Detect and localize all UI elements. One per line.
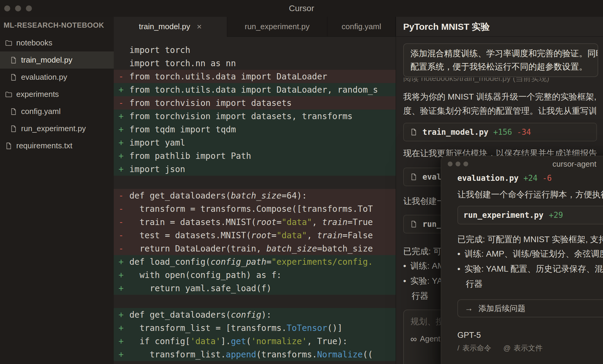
diff-marker: -: [119, 191, 129, 201]
code-text: with open(config_path) as f:: [129, 270, 282, 280]
overlay-close-button[interactable]: [448, 162, 453, 166]
code-line: -def get_dataloaders(batch_size=64):: [114, 189, 396, 202]
overlay-maximize-button[interactable]: [463, 162, 468, 166]
code-line: +from torch.utils.data import DataLoader…: [114, 83, 396, 96]
code-text: transform = transforms.Compose([transfor…: [129, 204, 373, 214]
code-line: - test = datasets.MNIST(root="data", tra…: [114, 229, 396, 242]
code-line: - return DataLoader(train, batch_size=ba…: [114, 242, 396, 255]
code-text: import yaml: [129, 138, 185, 148]
code-text: from tqdm import tqdm: [129, 125, 236, 134]
code-text: transform_list.append(transforms.Normali…: [129, 350, 373, 359]
tree-item-label: config.yaml: [21, 107, 61, 116]
code-text: from torchvision import datasets, transf…: [129, 111, 353, 121]
file-diff-chip[interactable]: evaluation.py+24-6: [457, 174, 603, 183]
hint-label: 表示命令: [462, 343, 491, 353]
code-text: def get_dataloaders(config):: [129, 310, 271, 320]
tab-label: config.yaml: [342, 22, 381, 31]
bullet-continuation: 行器: [457, 276, 603, 292]
overlay-blocks: evaluation.py+24-6让我创建一个命令行运行脚本，方便执行实验ru…: [441, 172, 603, 353]
code-text: return DataLoader(train, batch_size=batc…: [129, 244, 373, 254]
chip-filename: train_model.py: [422, 128, 488, 137]
code-line: -from torch.utils.data import DataLoader: [114, 70, 396, 83]
model-selector[interactable]: GPT-5: [457, 331, 603, 340]
diff-marker: +: [119, 310, 129, 320]
code-text: test = datasets.MNIST(root="data", train…: [129, 230, 373, 240]
diff-marker: +: [119, 336, 129, 346]
file-diff-chip[interactable]: train_model.py+156-34: [403, 123, 597, 141]
window-title: Cursor: [0, 0, 603, 17]
diff-marker: +: [119, 138, 129, 148]
diff-marker: -: [119, 72, 129, 82]
tab-run_experiment.py[interactable]: run_experiment.py: [227, 17, 327, 36]
file-icon: [410, 128, 418, 136]
file-explorer-sidebar: ML-RESEARCH-NOTEBOOK notebookstrain_mode…: [0, 17, 114, 364]
code-line: +def load_config(config_path="experiment…: [114, 255, 396, 268]
code-text: from torch.utils.data import DataLoader: [129, 72, 327, 82]
folder-icon: [5, 39, 13, 47]
code-text: from torch.utils.data import DataLoader,…: [129, 85, 378, 95]
code-text: if config['data'].get('normalize', True)…: [129, 336, 348, 346]
overlay-traffic-lights: [448, 162, 468, 166]
file-tree: notebookstrain_model.pyevaluation.pyexpe…: [0, 34, 114, 154]
code-line: +from torchvision import datasets, trans…: [114, 110, 396, 123]
tree-item-config.yaml[interactable]: config.yaml: [0, 103, 114, 120]
code-text: import torch.nn as nn: [129, 58, 236, 68]
bullet-text: 实验: YAML 配置、历史记录保存、混淆矩: [465, 261, 603, 276]
tree-item-evaluation.py[interactable]: evaluation.py: [0, 69, 114, 86]
file-icon: [10, 125, 17, 133]
diff-marker: +: [119, 164, 129, 174]
code-line: - transform = transforms.Compose([transf…: [114, 202, 396, 215]
removed-lines-count: -34: [517, 128, 531, 137]
tree-item-train_model.py[interactable]: train_model.py: [0, 51, 114, 69]
infinity-icon: ∞: [410, 335, 417, 344]
file-icon: [10, 56, 17, 64]
code-line: -from torchvision import datasets: [114, 96, 396, 110]
code-line: [114, 295, 396, 308]
close-tab-icon[interactable]: ×: [197, 23, 202, 31]
code-line: +from tqdm import tqdm: [114, 123, 396, 136]
code-line: + if config['data'].get('normalize', Tru…: [114, 335, 396, 348]
code-line: +from pathlib import Path: [114, 149, 396, 162]
overlay-minimize-button[interactable]: [456, 162, 460, 166]
bullet-text: 训练: AMP、训练/验证划分、余弦调度、: [465, 246, 603, 261]
code-text: import json: [129, 164, 185, 174]
user-message-card: 添加混合精度训练、学习率调度和完善的验证。同时配置系统，便于我轻松运行不同的超参…: [403, 43, 598, 77]
code-editor-diff[interactable]: import torchimport torch.nn as nn-from t…: [114, 37, 396, 364]
editor-tab-bar: train_model.py×run_experiment.pyconfig.y…: [114, 17, 396, 37]
cursor-agent-titlebar: cursor-agent: [441, 156, 603, 172]
code-line: +import yaml: [114, 136, 396, 149]
tab-train_model.py[interactable]: train_model.py×: [114, 17, 227, 36]
tree-item-label: run_experiment.py: [21, 124, 86, 133]
code-text: transform_list = [transforms.ToTensor()]: [129, 323, 342, 333]
chat-title: PyTorch MNIST 实验: [403, 22, 490, 32]
context-note: 阅读 notebooks/train_model.py (当前实现): [403, 78, 603, 85]
code-line: import torch.nn as nn: [114, 57, 396, 70]
code-line: + transform_list = [transforms.ToTensor(…: [114, 321, 396, 335]
assistant-text-line: 我将为你的 MNIST 训练器升级一个完整的实验框架,: [403, 90, 603, 104]
tree-item-experiments[interactable]: experiments: [0, 86, 114, 103]
code-line: import torch: [114, 43, 396, 57]
titlebar: Cursor: [0, 0, 603, 17]
overlay-window-title: cursor-agent: [552, 156, 596, 172]
diff-marker: +: [119, 323, 129, 333]
tree-item-label: train_model.py: [21, 55, 73, 65]
tree-item-label: evaluation.py: [21, 72, 67, 82]
file-diff-chip[interactable]: run_experiment.py+29: [457, 206, 603, 224]
chat-header: PyTorch MNIST 实验: [396, 17, 603, 37]
assistant-text: 让我创建一个命令行运行脚本，方便执行实验: [457, 187, 603, 202]
app-window: Cursor ML-RESEARCH-NOTEBOOK notebookstra…: [0, 0, 603, 364]
tree-item-notebooks[interactable]: notebooks: [0, 34, 114, 51]
bullet-dot: •: [457, 261, 460, 276]
chip-filename: run_experiment.py: [463, 211, 543, 220]
tab-config.yaml[interactable]: config.yaml: [327, 17, 396, 36]
tree-item-run_experiment.py[interactable]: run_experiment.py: [0, 120, 114, 137]
file-icon: [10, 108, 17, 116]
tree-item-requirements.txt[interactable]: requirements.txt: [0, 137, 114, 154]
diff-marker: -: [119, 230, 129, 240]
add-followup-button[interactable]: →添加后续问题: [457, 299, 603, 317]
cursor-agent-window[interactable]: cursor-agent evaluation.py+24-6让我创建一个命令行…: [441, 156, 603, 364]
arrow-right-icon: →: [465, 304, 473, 313]
code-text: import torch: [129, 45, 190, 55]
code-text: return yaml.safe_load(f): [129, 283, 271, 293]
file-icon: [410, 220, 418, 228]
